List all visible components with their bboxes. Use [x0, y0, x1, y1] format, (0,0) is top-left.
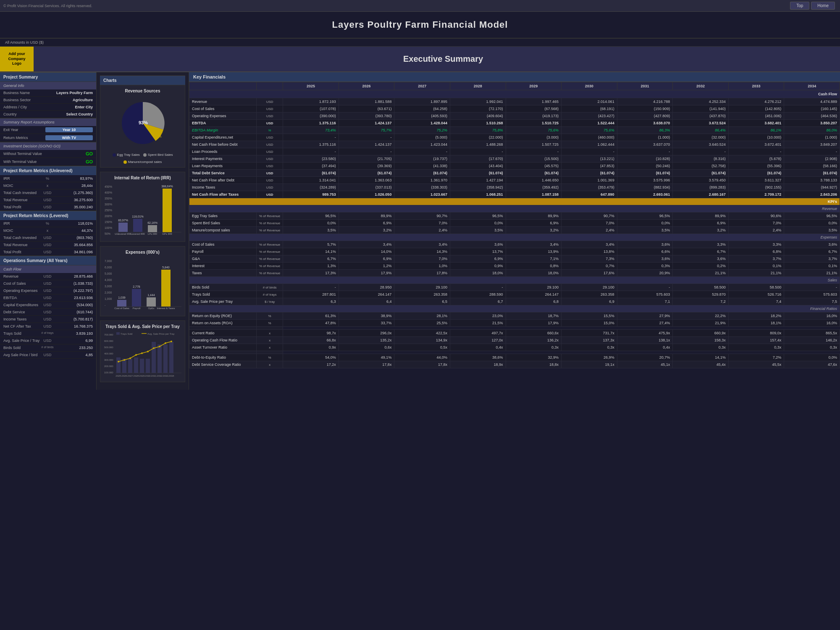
row-value: (1.000)	[617, 134, 673, 141]
row-label: Asset Turnover Ratio	[189, 344, 257, 351]
svg-text:1,039: 1,039	[118, 296, 126, 299]
row-unit: % of Revenue	[257, 227, 283, 234]
row-value: 3,4%	[562, 241, 617, 248]
row-value: 809,0x	[728, 330, 784, 337]
row-value: (353.479)	[562, 184, 617, 191]
row-unit: USD	[257, 148, 283, 155]
row-value: 18,7%	[506, 312, 562, 320]
row-value: 136,2x	[506, 337, 562, 344]
row-value: 264.147	[506, 291, 562, 298]
row-value: 3,2%	[506, 227, 562, 234]
row-value: 1.361.970	[394, 177, 450, 184]
return-metrics-label: Return Metrics	[3, 136, 45, 140]
row-label: Cost of Sales	[189, 105, 257, 113]
row-value: 98,7x	[283, 330, 339, 337]
row-value: 3.788.133	[784, 177, 840, 184]
row-value: 15,0%	[562, 320, 617, 327]
row-unit: # of trays	[257, 291, 283, 298]
svg-text:118,01%: 118,01%	[132, 215, 144, 218]
project-summary-header: Project Summary	[0, 72, 96, 81]
ops-ebitda-row: EBITDA USD 23.613.936	[0, 294, 96, 302]
row-value: (72.170)	[450, 105, 506, 113]
table-row: EBITDAUSD1.375.1161.424.1371.428.0441.51…	[189, 120, 840, 127]
row-value: -	[283, 148, 339, 155]
table-row: Interest PaymentsUSD(23.580)(21.705)(19.…	[189, 155, 840, 163]
row-value: (3.000)	[506, 134, 562, 141]
row-value: 3.640.524	[673, 141, 729, 148]
svg-text:2025: 2025	[116, 375, 121, 377]
row-label: Net Cash Flow after Taxes	[189, 191, 257, 198]
row-value: 4.252.334	[673, 98, 729, 105]
svg-text:LPs IRR: LPs IRR	[148, 233, 158, 235]
row-value: 6,7	[450, 298, 506, 305]
row-value: (451.006)	[728, 113, 784, 120]
row-unit: USD	[257, 141, 283, 148]
row-value: 6,6%	[617, 248, 673, 255]
table-row: Loan RepaymentsUSD(37.494)(39.369)(41.33…	[189, 163, 840, 170]
row-label: EBITDA Margin	[189, 127, 257, 134]
table-row: Operating ExpensesUSD(390.000)(393.780)(…	[189, 113, 840, 120]
row-value: 29.100	[506, 284, 562, 291]
row-value: 20,9%	[617, 270, 673, 277]
row-value: 1.314.041	[283, 177, 339, 184]
row-label	[189, 327, 257, 330]
row-unit: % of Revenue	[257, 255, 283, 262]
row-value: 75,7%	[339, 127, 394, 134]
row-value: 15,5%	[562, 312, 617, 320]
svg-text:4,000: 4,000	[105, 278, 112, 281]
exit-year-value[interactable]: Year 10	[45, 127, 93, 132]
row-value: 1.897.895	[394, 98, 450, 105]
row-label: Interest Payments	[189, 155, 257, 163]
company-logo[interactable]: Add your Company Logo	[0, 47, 34, 71]
row-value: 0,3x	[506, 344, 562, 351]
operations-summary-header: Operations Summary (All Years)	[0, 256, 96, 265]
row-value: 54,0%	[283, 354, 339, 361]
row-label: Return on Assets (ROA)	[189, 320, 257, 327]
irr-chart-title: Internal Rate of Return (IRR)	[104, 176, 181, 180]
row-unit	[257, 351, 283, 354]
svg-text:100.000: 100.000	[104, 371, 113, 374]
row-value: 1,0%	[394, 262, 450, 270]
row-value: 14,0%	[339, 248, 394, 255]
row-value: (39.369)	[339, 163, 394, 170]
trays-sold-value: 3.839.193	[54, 331, 93, 336]
expenses-chart: Expenses (000's) 7,000 6,000 5,000 4,000…	[100, 246, 185, 316]
row-unit: USD	[257, 134, 283, 141]
row-value: (61.074)	[506, 170, 562, 177]
row-value: (5.000)	[394, 134, 450, 141]
moic-levered-row: MOIC x 44,37x	[0, 227, 96, 234]
top-button[interactable]: Top	[790, 2, 809, 10]
row-value: 3.638.070	[617, 120, 673, 127]
business-name-row: Business Name Layers Poultry Farm	[0, 89, 96, 97]
table-row	[189, 351, 840, 354]
row-value: 6,4	[339, 298, 394, 305]
year-2028: 2028	[450, 82, 506, 90]
svg-text:2,778: 2,778	[133, 285, 140, 288]
avg-price-tray-row: Avg. Sale Price / Tray USD 6,99	[0, 337, 96, 344]
row-value: 138,1x	[617, 337, 673, 344]
row-value: 14,1%	[673, 354, 729, 361]
row-unit: USD	[257, 163, 283, 170]
row-unit: USD	[257, 184, 283, 191]
svg-text:Unlevered IRR: Unlevered IRR	[115, 233, 131, 235]
return-metrics-unlevered-header: Project Return Metrics (Unlevered)	[0, 166, 96, 175]
row-value: 14,3%	[394, 248, 450, 255]
year-2033: 2033	[728, 82, 784, 90]
without-tv-label: Without Terminal Value	[3, 152, 45, 156]
row-value: (405.593)	[394, 113, 450, 120]
table-row: Current Ratiox98,7x296,0x422,5x497,7x660…	[189, 330, 840, 337]
row-value: 3,6%	[617, 241, 673, 248]
return-metrics-value[interactable]: With TV	[45, 135, 93, 140]
row-value: (2.908)	[784, 155, 840, 163]
row-value: 1.068.251	[450, 191, 506, 198]
svg-text:5,840: 5,840	[162, 266, 170, 269]
address-label: Address / City	[3, 105, 45, 109]
row-value: 3,6%	[784, 241, 840, 248]
row-value: 497,7x	[450, 330, 506, 337]
row-value: 29.100	[394, 284, 450, 291]
svg-text:3,000: 3,000	[105, 285, 112, 288]
home-button[interactable]: Home	[811, 2, 835, 10]
row-value: 1.446.650	[506, 177, 562, 184]
row-label: Trays Sold	[189, 291, 257, 298]
table-row: RevenueUSD1.872.1931.881.5881.897.8951.9…	[189, 98, 840, 105]
